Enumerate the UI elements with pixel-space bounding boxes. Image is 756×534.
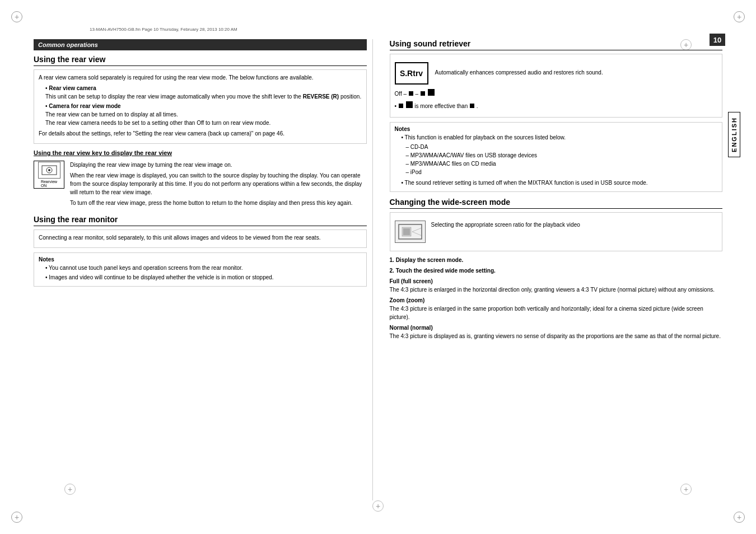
rear-monitor-content: Connecting a rear monitor, sold separate…: [34, 229, 367, 248]
sound-indicators: Off – –: [395, 89, 718, 98]
rear-monitor-notes-box: Notes You cannot use touch panel keys an…: [34, 252, 367, 287]
reg-mark-tl: [11, 11, 22, 22]
right-column: Using sound retriever S.Rtrv Automatical…: [384, 39, 723, 500]
rear-view-key-text: Displaying the rear view image by turnin…: [70, 161, 367, 209]
indicator-sm-1: [409, 91, 413, 96]
normal-title: Normal (normal): [390, 325, 723, 331]
rear-view-key-icon-inner: [38, 162, 60, 179]
bullet-indicator: •: [395, 103, 398, 109]
effectiveness-text: is more effective than: [414, 103, 469, 109]
widescreen-icon: [395, 221, 426, 243]
indicator-lg-1: [428, 89, 435, 96]
sound-note1: This function is enabled for playback on…: [402, 133, 718, 142]
bullet-rear-camera: Rear view camera This unit can be setup …: [45, 84, 362, 101]
effectiveness-period: .: [477, 103, 478, 109]
indicator-sm-2: [421, 91, 425, 96]
content-area: Common operations Using the rear view A …: [34, 39, 722, 500]
srtrv-box: S.Rtrv Automatically enhances compressed…: [395, 62, 718, 85]
indicator-sm-4: [470, 104, 474, 108]
widescreen-content: Selecting the appropriate screen ratio f…: [390, 212, 723, 251]
common-operations-header: Common operations: [34, 39, 367, 50]
widescreen-svg: [398, 223, 423, 240]
center-bottom-crosshair: [372, 500, 384, 512]
left-column: Common operations Using the rear view A …: [34, 39, 373, 500]
reg-mark-br: [734, 512, 745, 523]
sound-notes-box: Notes This function is enabled for playb…: [390, 122, 723, 192]
rear-view-title: Using the rear view: [34, 55, 367, 66]
full-screen-text: The 4:3 picture is enlarged in the horiz…: [390, 285, 723, 294]
widescreen-desc: Selecting the appropriate screen ratio f…: [431, 221, 580, 229]
widescreen-step1: 1. Display the screen mode.: [390, 256, 723, 264]
full-screen-title: Full (full screen): [390, 278, 723, 284]
reg-mark-tr: [734, 11, 745, 22]
rear-view-key-title: Using the rear view key to display the r…: [34, 149, 367, 156]
file-info: 13-MAN-AVH7500-GB.fm Page 10 Thursday, F…: [90, 27, 237, 32]
sound-retriever-desc: Automatically enhances compressed audio …: [435, 68, 603, 77]
sound-retriever-content: S.Rtrv Automatically enhances compressed…: [390, 54, 723, 118]
rear-monitor-note1: You cannot use touch panel keys and oper…: [45, 264, 362, 272]
sound-off-label: Off –: [395, 91, 407, 97]
rear-view-intro: A rear view camera sold separately is re…: [39, 73, 362, 82]
svg-rect-5: [403, 228, 410, 235]
rear-monitor-notes-title: Notes: [39, 256, 362, 263]
rear-view-content: A rear view camera sold separately is re…: [34, 69, 367, 144]
indicator-sm-3: [399, 104, 403, 108]
sound-source-4: iPod: [406, 168, 718, 176]
zoom-title: Zoom (zoom): [390, 297, 723, 303]
sound-retriever-title: Using sound retriever: [390, 39, 723, 50]
rear-monitor-intro: Connecting a rear monitor, sold separate…: [39, 233, 362, 242]
srtrv-icon: S.Rtrv: [395, 62, 428, 85]
widescreen-steps: 1. Display the screen mode. 2. Touch the…: [390, 256, 723, 275]
rear-view-key-icon: RearviewON: [34, 161, 64, 189]
rear-view-key-section: RearviewON Displaying the rear view imag…: [34, 161, 367, 209]
rear-view-key-line2: When the rear view image is displayed, y…: [70, 171, 367, 196]
sound-source-1: CD-DA: [406, 143, 718, 151]
page-container: 13-MAN-AVH7500-GB.fm Page 10 Thursday, F…: [0, 0, 756, 534]
svg-point-2: [48, 169, 50, 171]
sound-effectiveness: • is more effective than .: [395, 101, 718, 110]
rear-view-icon-label: RearviewON: [41, 180, 57, 188]
camera-mode-line2: The rear view camera needs to be set to …: [45, 120, 270, 126]
sound-source-2: MP3/WMA/AAC/WAV files on USB storage dev…: [406, 151, 718, 160]
rear-view-ref: For details about the settings, refer to…: [39, 129, 362, 138]
sound-note2: The sound retriever setting is turned of…: [402, 179, 718, 187]
indicator-lg-2: [406, 101, 413, 108]
rear-view-key-line3: To turn off the rear view image, press t…: [70, 199, 367, 207]
rear-view-key-svg: [41, 165, 58, 176]
widescreen-step2: 2. Touch the desired wide mode setting.: [390, 266, 723, 275]
rear-monitor-title: Using the rear monitor: [34, 215, 367, 226]
bullet-camera-mode: Camera for rear view mode The rear view …: [45, 102, 362, 127]
camera-mode-line1: The rear view can be turned on to displa…: [45, 111, 178, 118]
sound-notes-title: Notes: [395, 126, 718, 132]
rear-view-key-line1: Displaying the rear view image by turnin…: [70, 161, 367, 169]
sound-source-3: MP3/WMA/AAC files on CD media: [406, 160, 718, 168]
zoom-text: The 4:3 picture is enlarged in the same …: [390, 305, 723, 321]
normal-text: The 4:3 picture is displayed as is, gran…: [390, 332, 723, 340]
widescreen-icon-box: Selecting the appropriate screen ratio f…: [395, 221, 718, 243]
reg-mark-bl: [11, 512, 22, 523]
rear-camera-text: This unit can be setup to display the re…: [45, 93, 361, 100]
language-sidebar: ENGLISH: [728, 112, 740, 157]
widescreen-title: Changing the wide-screen mode: [390, 198, 723, 209]
rear-monitor-note2: Images and video will continue to be dis…: [45, 273, 362, 282]
